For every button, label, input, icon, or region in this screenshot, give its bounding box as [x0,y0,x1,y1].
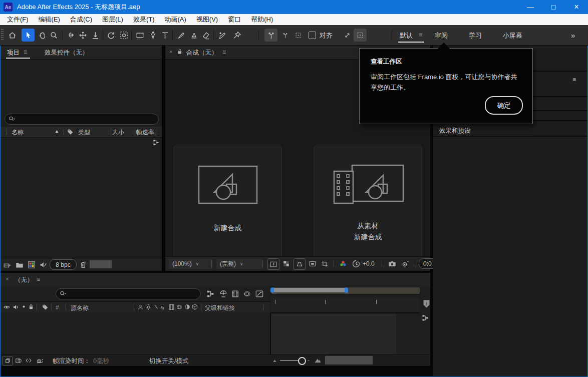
new-composition-from-footage-button[interactable]: 从素材 新建合成 [314,146,422,262]
layer-number-column[interactable]: # [56,304,59,311]
eraser-tool[interactable] [199,29,212,42]
navigator-start-handle[interactable] [270,287,274,293]
track-area[interactable] [271,313,396,354]
tab-project[interactable]: 项目 [7,49,20,57]
3d-layer-switch-icon[interactable] [191,303,198,310]
quality-switch-icon[interactable] [153,303,160,310]
menu-window[interactable]: 窗口 [223,14,246,25]
graph-editor-icon[interactable] [255,289,264,298]
timeline-panel-menu-icon[interactable]: ≡ [37,276,40,283]
column-name[interactable]: 名称 [12,128,24,137]
frame-blending-icon[interactable] [231,289,240,298]
new-folder-icon[interactable] [15,260,24,269]
parent-link-column[interactable]: 父级和链接 [205,304,235,312]
pen-tool[interactable] [146,29,159,42]
camera-orbit-cursor-tool[interactable] [64,29,77,42]
home-button[interactable] [6,29,19,42]
video-visibility-icon[interactable] [3,303,11,311]
solo-icon[interactable] [21,303,27,310]
brush-tool[interactable] [174,29,187,42]
menu-layer[interactable]: 图层(L) [97,14,128,25]
interpret-footage-icon[interactable] [3,260,12,269]
menu-animation[interactable]: 动画(A) [160,14,191,25]
workspace-tab-review[interactable]: 审阅 [435,31,448,40]
lock-column-icon[interactable] [28,303,35,310]
menu-edit[interactable]: 编辑(E) [34,14,65,25]
bit-depth-button[interactable]: 8 bpc [50,259,77,270]
dolly-camera-tool[interactable] [89,29,102,42]
motion-blur-icon[interactable] [243,289,252,298]
transparency-grid-icon[interactable] [282,260,290,267]
zoom-in-mountain-icon[interactable] [314,357,322,364]
snap-options-button[interactable] [341,29,354,42]
composition-mini-flowchart-icon[interactable] [206,289,215,298]
menu-view[interactable]: 视图(V) [191,14,223,25]
menu-composition[interactable]: 合成(C) [65,14,97,25]
menu-effect[interactable]: 效果(T) [128,14,160,25]
layer-list-area[interactable] [1,313,270,354]
world-axis-mode-button[interactable] [278,29,291,42]
lock-icon[interactable] [176,48,183,55]
frame-blend-switch-icon[interactable] [168,303,175,311]
composition-panel-menu-icon[interactable]: ≡ [222,49,226,56]
close-button[interactable]: × [565,0,588,14]
marching-ants-button[interactable] [354,29,367,42]
rectangle-tool[interactable] [133,29,146,42]
toolbar-grip[interactable] [1,29,4,41]
exposure-reset-icon[interactable] [352,259,361,268]
info-panel-menu-icon[interactable]: ≡ [572,76,576,83]
snapshot-camera-icon[interactable] [388,259,397,268]
local-axis-mode-button[interactable] [264,29,277,42]
workspace-tab-learn[interactable]: 学习 [469,31,482,40]
workspace-tab-small-screen[interactable]: 小屏幕 [503,31,522,40]
zoom-tool[interactable] [47,29,60,42]
time-navigator-bar[interactable] [271,287,420,294]
source-name-column[interactable]: 源名称 [71,304,89,312]
column-frame-rate[interactable]: 帧速率 [136,128,154,137]
sort-ascending-icon[interactable]: ▲ [55,129,59,134]
camera-tool[interactable] [117,29,130,42]
magnification-dropdown[interactable]: (100%) ∨ [169,259,213,269]
zoom-out-mountain-icon[interactable] [272,358,277,363]
workspace-tab-default[interactable]: 默认 [400,31,413,40]
audio-icon[interactable] [12,303,20,311]
timeline-search-input[interactable] [56,288,201,299]
menu-file[interactable]: 文件(F) [2,14,34,25]
channel-rgb-icon[interactable] [339,259,348,268]
effects-switch-icon[interactable]: fx [160,303,168,311]
composition-tab-close-icon[interactable]: × [169,49,172,55]
maximize-button[interactable]: □ [542,0,565,14]
minimize-button[interactable]: — [519,0,542,14]
render-performance-icon[interactable] [36,356,44,365]
fast-preview-button[interactable] [267,258,279,270]
workspace-menu-icon[interactable]: ≡ [419,31,423,39]
type-tool[interactable] [158,29,171,42]
tab-effect-controls[interactable]: 效果控件（无） [45,49,89,57]
timeline-horizontal-scrollbar[interactable] [325,356,373,364]
time-navigator-range[interactable] [272,288,346,292]
comp-button-icon[interactable] [421,314,429,322]
audio-mute-icon[interactable] [39,260,48,269]
rotate-tool[interactable] [104,29,117,42]
tooltip-ok-button[interactable]: 确定 [485,96,523,115]
region-of-interest-icon[interactable] [309,260,317,268]
adjustment-layer-switch-icon[interactable] [184,303,191,310]
label-column-tag-icon[interactable] [67,128,74,136]
expand-layers-button[interactable] [3,356,13,365]
draft-3d-icon[interactable] [219,289,228,298]
view-axis-mode-button[interactable] [291,29,305,42]
column-type[interactable]: 类型 [78,128,90,137]
workspace-overflow-button[interactable]: » [571,31,575,40]
in-out-columns-icon[interactable] [25,356,33,364]
column-size[interactable]: 大小 [112,128,124,137]
snap-checkbox[interactable] [309,32,316,39]
effects-presets-panel-title[interactable]: 效果和预设 [439,127,471,135]
motion-blur-switch-icon[interactable] [176,303,183,311]
mask-visibility-button[interactable] [293,258,306,270]
toggle-switches-modes-button[interactable]: 切换开关/模式 [149,357,188,365]
new-composition-icon[interactable] [27,260,36,269]
composition-tab-label[interactable]: 合成（无） [186,49,218,57]
clone-stamp-tool[interactable] [187,29,200,42]
show-snapshot-icon[interactable] [401,259,410,268]
timeline-tab-label[interactable]: （无） [15,276,34,284]
